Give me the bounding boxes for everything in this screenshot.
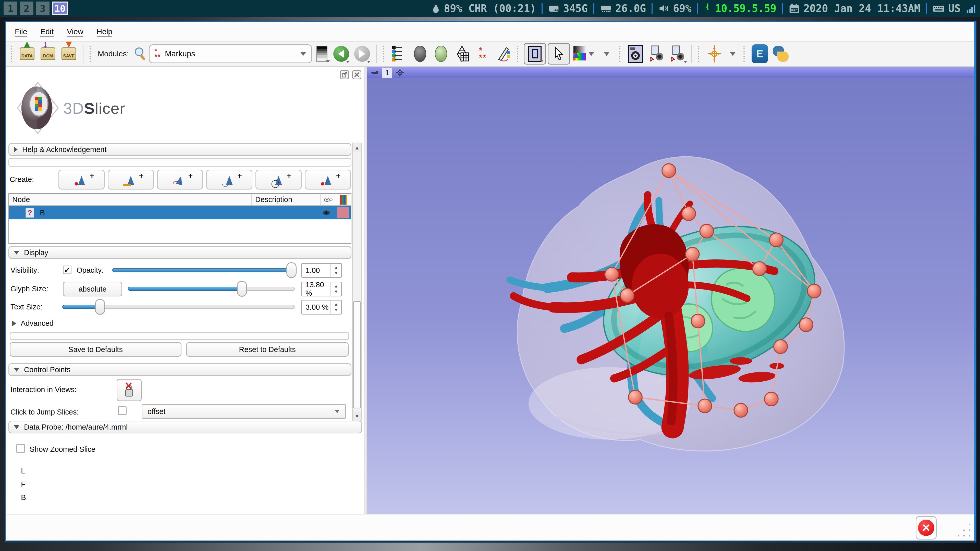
- toolbar-handle[interactable]: [11, 46, 14, 62]
- text-size-slider[interactable]: [62, 305, 295, 309]
- colors-button[interactable]: ▲: [572, 44, 596, 64]
- create-line-button[interactable]: ▲+▬: [108, 170, 154, 189]
- glyph-size-slider-handle[interactable]: [237, 281, 247, 297]
- control-point-7[interactable]: [807, 284, 821, 298]
- crosshair-dropdown-button[interactable]: [725, 44, 740, 64]
- scroll-up-arrow[interactable]: ▲: [353, 143, 361, 152]
- python-console-button[interactable]: [771, 44, 791, 64]
- control-points-section[interactable]: Control Points: [8, 363, 352, 376]
- text-size-slider-handle[interactable]: [95, 299, 105, 315]
- toolbar-handle[interactable]: [383, 46, 386, 62]
- opacity-slider-handle[interactable]: [286, 262, 297, 278]
- view-controls-icon[interactable]: [396, 68, 404, 77]
- glyph-size-slider[interactable]: [128, 287, 295, 291]
- control-point-2[interactable]: [682, 207, 696, 221]
- control-point-5[interactable]: [770, 233, 783, 247]
- display-section[interactable]: Display: [8, 246, 352, 259]
- control-point-14[interactable]: [605, 267, 619, 281]
- workspace-10-active[interactable]: 10: [52, 2, 68, 15]
- toolbar-handle[interactable]: [517, 46, 520, 62]
- pin-icon[interactable]: [371, 68, 379, 77]
- show-zoomed-slice-checkbox[interactable]: [16, 444, 25, 453]
- opacity-slider[interactable]: [112, 268, 295, 272]
- crosshair-button[interactable]: [705, 44, 724, 64]
- control-point-8[interactable]: [799, 318, 813, 332]
- threeD-render-area[interactable]: [367, 79, 974, 514]
- workspace-1[interactable]: 1: [3, 2, 18, 15]
- panel-scrollbar[interactable]: ▲ ▼: [352, 143, 362, 421]
- node-visibility-eye-icon[interactable]: [321, 210, 331, 216]
- control-point-16[interactable]: [691, 314, 705, 328]
- save-button[interactable]: ▼SAVE: [59, 44, 79, 64]
- glyph-size-spinbox[interactable]: 13.80 % ▲▼: [301, 282, 342, 297]
- save-to-defaults-button[interactable]: Save to Defaults: [10, 342, 181, 357]
- module-back-button[interactable]: [331, 44, 351, 64]
- load-data-button[interactable]: ▲DATA: [18, 44, 37, 64]
- control-point-15[interactable]: [620, 289, 634, 302]
- undock-panel-button[interactable]: [340, 70, 349, 79]
- click-to-jump-checkbox[interactable]: [118, 407, 127, 415]
- scene-view-restore-button[interactable]: [668, 44, 687, 64]
- module-selector-combo[interactable]: * ** Markups: [149, 44, 312, 63]
- control-point-6[interactable]: [752, 262, 767, 275]
- workspace-3[interactable]: 3: [36, 2, 49, 15]
- toolbar-handle[interactable]: [619, 46, 622, 62]
- menu-file[interactable]: File: [15, 27, 27, 36]
- opacity-spinbox[interactable]: 1.00 ▲▼: [301, 263, 342, 278]
- control-point-3[interactable]: [700, 224, 714, 238]
- toolbar-handle[interactable]: [89, 46, 93, 62]
- extensions-manager-button[interactable]: E: [750, 44, 770, 64]
- markups-toolbar-button[interactable]: * **: [473, 44, 493, 64]
- help-acknowledgement-section[interactable]: Help & Acknowledgement: [8, 143, 352, 156]
- control-point-1[interactable]: [662, 164, 676, 178]
- advanced-section[interactable]: Advanced: [12, 319, 54, 327]
- workspace-2[interactable]: 2: [20, 2, 33, 15]
- menu-view[interactable]: View: [67, 27, 83, 36]
- node-column-header[interactable]: Node: [9, 194, 251, 205]
- control-point-4[interactable]: [686, 248, 699, 261]
- toolbar-handle[interactable]: [743, 46, 746, 62]
- menu-edit[interactable]: Edit: [40, 27, 54, 36]
- volume-module-button[interactable]: [431, 44, 451, 64]
- module-search-button[interactable]: [133, 44, 147, 64]
- screen-capture-button[interactable]: [626, 44, 645, 64]
- subject-hierarchy-button[interactable]: [390, 44, 409, 64]
- node-color-swatch[interactable]: [337, 207, 348, 218]
- control-point-13[interactable]: [628, 390, 642, 404]
- create-angle-button[interactable]: ▲+◠: [157, 170, 203, 189]
- create-fiducial-button[interactable]: ▲+●: [305, 170, 351, 189]
- control-point-10[interactable]: [764, 392, 778, 406]
- control-point-9[interactable]: [774, 340, 788, 354]
- jump-mode-combo[interactable]: offset: [142, 404, 346, 419]
- module-forward-button[interactable]: [352, 44, 372, 64]
- glyph-mode-button[interactable]: absolute: [63, 282, 122, 297]
- scene-view-capture-button[interactable]: [647, 44, 666, 64]
- extra-dropdown-button[interactable]: [598, 44, 616, 64]
- crop-volume-button[interactable]: [452, 44, 472, 64]
- mouse-interaction-button[interactable]: [548, 43, 570, 65]
- data-probe-section[interactable]: Data Probe: /home/aure/4.mrml: [8, 421, 362, 433]
- visibility-checkbox[interactable]: ✓: [63, 265, 72, 274]
- create-open-curve-button[interactable]: ▲+◡: [206, 170, 252, 189]
- control-point-12[interactable]: [698, 399, 712, 413]
- error-log-button[interactable]: ✕: [916, 516, 937, 540]
- scrollbar-thumb[interactable]: [353, 301, 361, 408]
- node-row-selected[interactable]: ? B: [9, 206, 351, 219]
- control-point-11[interactable]: [734, 403, 748, 417]
- interaction-lock-button[interactable]: [117, 379, 142, 401]
- resize-grip[interactable]: [956, 522, 972, 538]
- data-module-button[interactable]: [410, 44, 430, 64]
- viewport-header[interactable]: 1: [367, 67, 974, 79]
- create-closed-curve-button[interactable]: ▲+◯: [256, 170, 302, 189]
- menu-help[interactable]: Help: [97, 27, 113, 36]
- create-point-button[interactable]: ▲+●: [59, 170, 105, 189]
- color-column-header[interactable]: [336, 194, 351, 205]
- visibility-column-header[interactable]: [321, 194, 336, 205]
- load-dicom-button[interactable]: ↕DCM: [38, 44, 58, 64]
- transforms-button[interactable]: [494, 44, 514, 64]
- scroll-down-arrow[interactable]: ▼: [353, 411, 361, 421]
- module-history-button[interactable]: [313, 44, 330, 64]
- layout-selector-button[interactable]: [524, 43, 546, 65]
- toolbar-handle[interactable]: [698, 46, 701, 62]
- text-size-spinbox[interactable]: 3.00 % ▲▼: [301, 300, 342, 314]
